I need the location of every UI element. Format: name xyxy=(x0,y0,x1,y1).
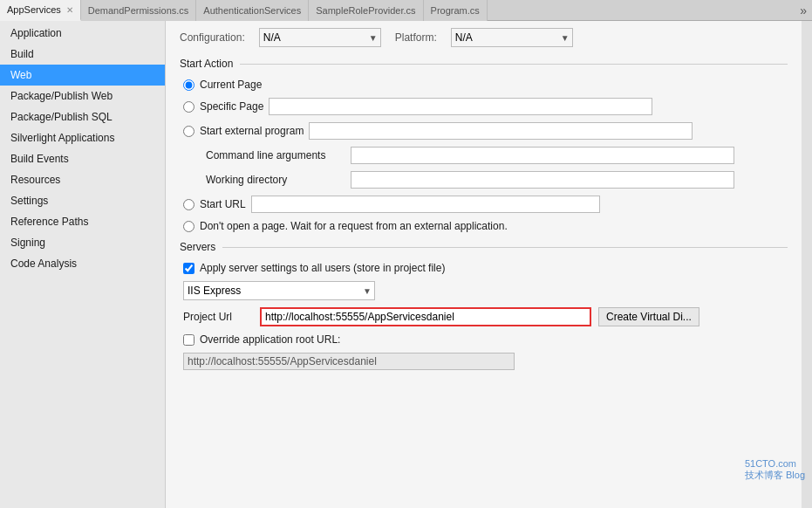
radio-start-url-label: Start URL xyxy=(200,198,246,210)
configuration-select-wrapper: N/A ▼ xyxy=(259,28,381,47)
override-url-input[interactable] xyxy=(183,353,515,370)
main-layout: Application Build Web Package/Publish We… xyxy=(0,21,812,508)
servers-header: Servers xyxy=(180,241,788,253)
start-action-title: Start Action xyxy=(180,58,233,70)
sidebar-item-build-events[interactable]: Build Events xyxy=(0,148,165,169)
tab-program[interactable]: Program.cs xyxy=(424,0,488,21)
command-line-row: Command line arguments xyxy=(180,147,788,164)
tab-sampleroleprovider[interactable]: SampleRoleProvider.cs xyxy=(309,0,423,21)
servers-title: Servers xyxy=(180,241,215,253)
start-url-input[interactable] xyxy=(251,196,600,213)
radio-current-page-input[interactable] xyxy=(183,79,194,91)
tab-appservices[interactable]: AppServices ✕ xyxy=(0,0,81,21)
override-input-row xyxy=(180,353,788,370)
iis-select-row: IIS Express ▼ xyxy=(180,281,788,300)
radio-dont-open-label: Don't open a page. Wait for a request fr… xyxy=(200,220,508,232)
radio-current-page: Current Page xyxy=(180,79,788,91)
radio-start-url-input[interactable] xyxy=(183,199,194,210)
radio-external-program: Start external program xyxy=(180,122,788,140)
sidebar-item-signing[interactable]: Signing xyxy=(0,232,165,253)
sidebar-item-package-publish-sql[interactable]: Package/Publish SQL xyxy=(0,106,165,127)
tab-demandpermissions[interactable]: DemandPermissions.cs xyxy=(81,0,197,21)
servers-section: Servers Apply server settings to all use… xyxy=(180,241,788,370)
radio-external-program-label: Start external program xyxy=(200,125,304,137)
watermark: 51CTO.com 技术博客 Blog xyxy=(745,458,805,482)
radio-specific-page-label: Specific Page xyxy=(200,100,263,113)
scrollbar[interactable] xyxy=(802,21,812,508)
working-directory-row: Working directory xyxy=(180,171,788,189)
radio-dont-open-input[interactable] xyxy=(183,221,194,232)
tab-label: Program.cs xyxy=(431,5,480,16)
radio-specific-page: Specific Page xyxy=(180,98,788,115)
radio-start-url: Start URL xyxy=(180,196,788,213)
tab-overflow-button[interactable]: » xyxy=(795,3,812,17)
tab-label: SampleRoleProvider.cs xyxy=(316,5,415,16)
apply-server-checkbox[interactable] xyxy=(183,263,194,274)
radio-specific-page-input[interactable] xyxy=(183,101,194,113)
sidebar-item-settings[interactable]: Settings xyxy=(0,190,165,211)
sidebar-item-silverlight[interactable]: Silverlight Applications xyxy=(0,127,165,148)
command-line-label: Command line arguments xyxy=(206,149,345,161)
platform-select-wrapper: N/A ▼ xyxy=(451,28,573,47)
watermark-line1: 51CTO.com xyxy=(745,458,805,469)
tab-label: DemandPermissions.cs xyxy=(88,5,189,16)
close-icon[interactable]: ✕ xyxy=(66,5,73,15)
servers-divider xyxy=(222,247,788,248)
watermark-line2: 技术博客 Blog xyxy=(745,469,805,482)
project-url-row: Project Url Create Virtual Di... xyxy=(180,307,788,326)
project-url-label: Project Url xyxy=(183,311,253,323)
config-row: Configuration: N/A ▼ Platform: N/A ▼ xyxy=(180,28,788,47)
start-action-divider xyxy=(240,64,788,65)
command-line-input[interactable] xyxy=(351,147,734,164)
apply-server-label: Apply server settings to all users (stor… xyxy=(200,262,445,274)
iis-select-wrapper: IIS Express ▼ xyxy=(183,281,375,300)
content-area: Configuration: N/A ▼ Platform: N/A ▼ Sta… xyxy=(166,21,802,508)
iis-express-select[interactable]: IIS Express xyxy=(183,281,375,300)
config-label: Configuration: xyxy=(180,31,245,44)
tab-authservices[interactable]: AuthenticationServices xyxy=(196,0,309,21)
radio-dont-open: Don't open a page. Wait for a request fr… xyxy=(180,220,788,232)
sidebar-item-application[interactable]: Application xyxy=(0,23,165,44)
apply-server-row: Apply server settings to all users (stor… xyxy=(180,262,788,274)
external-program-input[interactable] xyxy=(309,122,693,140)
tab-label: AuthenticationServices xyxy=(203,5,301,16)
platform-select[interactable]: N/A xyxy=(451,28,573,47)
tab-label: AppServices xyxy=(7,4,61,15)
working-directory-label: Working directory xyxy=(206,174,345,186)
override-checkbox-row: Override application root URL: xyxy=(180,333,788,346)
specific-page-input[interactable] xyxy=(269,98,652,115)
radio-current-page-label: Current Page xyxy=(200,79,262,91)
sidebar-item-code-analysis[interactable]: Code Analysis xyxy=(0,253,165,274)
sidebar: Application Build Web Package/Publish We… xyxy=(0,21,166,508)
radio-external-program-input[interactable] xyxy=(183,126,194,137)
project-url-input[interactable] xyxy=(260,307,591,326)
sidebar-item-build[interactable]: Build xyxy=(0,44,165,65)
create-virtual-dir-button[interactable]: Create Virtual Di... xyxy=(598,307,699,326)
tab-bar: AppServices ✕ DemandPermissions.cs Authe… xyxy=(0,0,812,21)
configuration-select[interactable]: N/A xyxy=(259,28,381,47)
sidebar-item-package-publish-web[interactable]: Package/Publish Web xyxy=(0,86,165,106)
sidebar-item-reference-paths[interactable]: Reference Paths xyxy=(0,211,165,232)
override-checkbox[interactable] xyxy=(183,334,194,346)
start-action-header: Start Action xyxy=(180,58,788,70)
sidebar-item-resources[interactable]: Resources xyxy=(0,169,165,190)
platform-label: Platform: xyxy=(395,31,437,44)
override-label: Override application root URL: xyxy=(200,333,340,346)
working-directory-input[interactable] xyxy=(351,171,734,189)
sidebar-item-web[interactable]: Web xyxy=(0,65,165,86)
